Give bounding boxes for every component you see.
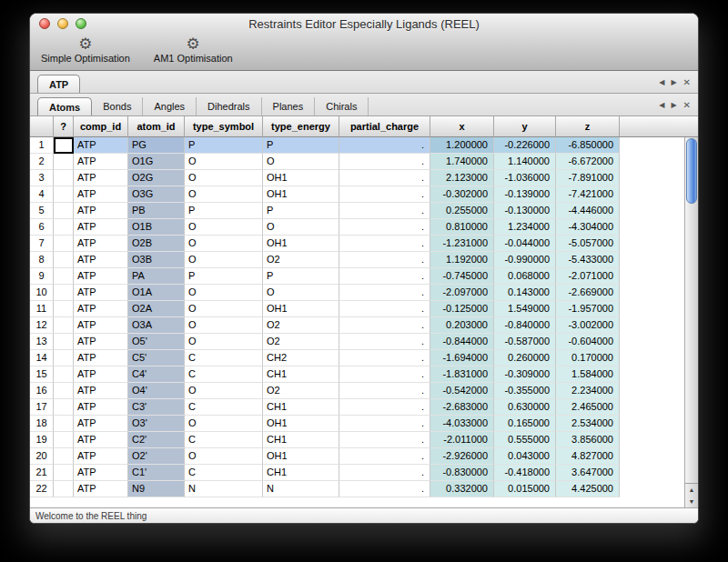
cell-y[interactable]: -0.130000 [494,203,556,219]
cell-type-symbol[interactable]: O [185,236,263,252]
cell-partial-charge[interactable]: . [339,186,430,203]
cell-atom-id[interactable]: O1A [128,285,185,301]
table-row[interactable]: 16ATPO4'OO2.-0.542000-0.3550002.234000 [30,383,684,399]
cell-x[interactable]: 0.255000 [430,203,494,219]
col-header-type-energy[interactable]: type_energy [263,116,339,137]
cell-x[interactable]: -1.694000 [430,350,494,366]
table-row[interactable]: 19ATPC2'CCH1.-2.0110000.5550003.856000 [30,432,684,448]
cell-type-symbol[interactable]: O [185,334,263,350]
cell-y[interactable]: -0.226000 [494,137,556,154]
cell-x[interactable]: 0.810000 [430,219,494,236]
cell-x[interactable]: 1.192000 [430,252,494,268]
cell-type-symbol[interactable]: O [185,448,263,465]
cell-z[interactable]: -3.002000 [556,317,620,334]
cell-type-energy[interactable]: O2 [263,252,339,268]
cell-x[interactable]: 0.203000 [430,317,494,334]
table-row[interactable]: 20ATPO2'OOH1.-2.9260000.0430004.827000 [30,448,684,465]
close-tab-icon[interactable]: ✕ [683,77,691,87]
cell-x[interactable]: -2.926000 [430,448,494,465]
cell-partial-charge[interactable]: . [339,465,430,481]
cell-partial-charge[interactable]: . [339,154,430,170]
cell-partial-charge[interactable]: . [339,366,430,383]
table-row[interactable]: 10ATPO1AOO.-2.0970000.143000-2.669000 [30,285,684,301]
cell-comp-id[interactable]: ATP [74,383,128,399]
simple-optimisation-button[interactable]: ⚙ Simple Optimisation [41,36,130,64]
cell-partial-charge[interactable]: . [339,350,430,366]
cell-x[interactable]: 1.740000 [430,154,494,170]
cell-atom-id[interactable]: PG [128,137,185,154]
cell-type-energy[interactable]: CH2 [263,350,339,366]
cell-comp-id[interactable]: ATP [74,416,128,432]
close-tab-icon[interactable]: ✕ [683,100,691,110]
cell-flag[interactable] [54,236,74,252]
cell-partial-charge[interactable]: . [339,203,430,219]
col-header-z[interactable]: z [556,116,620,137]
tab-angles[interactable]: Angles [143,97,197,115]
cell-flag[interactable] [54,383,74,399]
cell-flag[interactable] [54,285,74,301]
minimize-window-button[interactable] [57,18,68,29]
cell-comp-id[interactable]: ATP [74,481,128,497]
table-row[interactable]: 11ATPO2AOOH1.-0.1250001.549000-1.957000 [30,301,684,317]
cell-atom-id[interactable]: PA [128,268,185,285]
cell-z[interactable]: -5.057000 [556,236,620,252]
cell-z[interactable]: -7.421000 [556,186,620,203]
table-row[interactable]: 9ATPPAPP.-0.7450000.068000-2.071000 [30,268,684,285]
cell-atom-id[interactable]: C3' [128,399,185,416]
scroll-tabs-right-icon[interactable]: ▶ [671,101,676,109]
cell-y[interactable]: 0.630000 [494,399,556,416]
table-row[interactable]: 15ATPC4'CCH1.-1.831000-0.3090001.584000 [30,366,684,383]
cell-comp-id[interactable]: ATP [74,317,128,334]
cell-y[interactable]: 0.165000 [494,416,556,432]
cell-partial-charge[interactable]: . [339,285,430,301]
cell-comp-id[interactable]: ATP [74,432,128,448]
cell-y[interactable]: -0.990000 [494,252,556,268]
cell-partial-charge[interactable]: . [339,416,430,432]
cell-y[interactable]: 0.043000 [494,448,556,465]
cell-type-symbol[interactable]: C [185,432,263,448]
cell-type-symbol[interactable]: C [185,399,263,416]
cell-type-symbol[interactable]: O [185,383,263,399]
cell-type-symbol[interactable]: N [185,481,263,497]
cell-type-energy[interactable]: CH1 [263,432,339,448]
cell-flag[interactable] [54,432,74,448]
cell-partial-charge[interactable]: . [339,137,430,154]
cell-partial-charge[interactable]: . [339,448,430,465]
cell-type-energy[interactable]: N [263,481,339,497]
table-row[interactable]: 4ATPO3GOOH1.-0.302000-0.139000-7.421000 [30,186,684,203]
cell-comp-id[interactable]: ATP [74,137,128,154]
cell-atom-id[interactable]: O4' [128,383,185,399]
cell-x[interactable]: -0.125000 [430,301,494,317]
cell-z[interactable]: -6.672000 [556,154,620,170]
col-header-atom-id[interactable]: atom_id [128,116,185,137]
tab-bonds[interactable]: Bonds [92,97,143,115]
cell-type-symbol[interactable]: P [185,137,263,154]
col-header-type-symbol[interactable]: type_symbol [185,116,263,137]
cell-x[interactable]: -4.033000 [430,416,494,432]
cell-type-energy[interactable]: CH1 [263,465,339,481]
cell-flag[interactable] [54,481,74,497]
cell-y[interactable]: -0.355000 [494,383,556,399]
cell-y[interactable]: 0.260000 [494,350,556,366]
cell-type-energy[interactable]: O2 [263,334,339,350]
table-row[interactable]: 14ATPC5'CCH2.-1.6940000.2600000.170000 [30,350,684,366]
cell-atom-id[interactable]: O3B [128,252,185,268]
cell-type-energy[interactable]: P [263,268,339,285]
cell-type-energy[interactable]: OH1 [263,448,339,465]
cell-type-energy[interactable]: OH1 [263,186,339,203]
cell-x[interactable]: -2.097000 [430,285,494,301]
cell-x[interactable]: 0.332000 [430,481,494,497]
cell-y[interactable]: -0.044000 [494,236,556,252]
cell-type-energy[interactable]: OH1 [263,236,339,252]
cell-y[interactable]: -0.840000 [494,317,556,334]
cell-comp-id[interactable]: ATP [74,285,128,301]
cell-type-energy[interactable]: P [263,137,339,154]
cell-z[interactable]: 2.534000 [556,416,620,432]
cell-atom-id[interactable]: O3A [128,317,185,334]
cell-atom-id[interactable]: C2' [128,432,185,448]
cell-z[interactable]: -0.604000 [556,334,620,350]
cell-z[interactable]: -4.304000 [556,219,620,236]
table-row[interactable]: 8ATPO3BOO2.1.192000-0.990000-5.433000 [30,252,684,268]
cell-atom-id[interactable]: O3G [128,186,185,203]
cell-x[interactable]: -0.830000 [430,465,494,481]
